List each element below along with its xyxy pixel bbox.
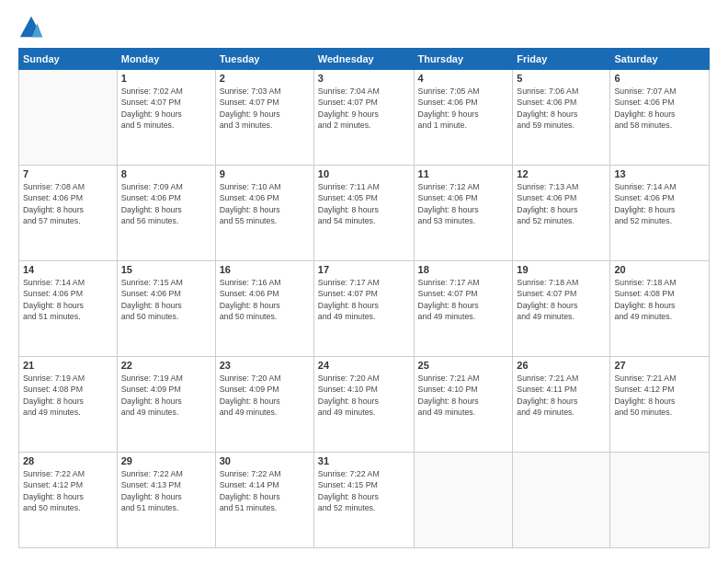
weekday-header-thursday: Thursday: [414, 49, 513, 70]
calendar-cell: [513, 453, 610, 548]
day-number: 13: [614, 168, 705, 179]
weekday-header-wednesday: Wednesday: [313, 49, 414, 70]
weekday-header-saturday: Saturday: [610, 49, 710, 70]
day-number: 16: [220, 264, 310, 275]
calendar-cell: 28Sunrise: 7:22 AM Sunset: 4:12 PM Dayli…: [19, 453, 118, 548]
day-number: 25: [418, 360, 509, 371]
day-info: Sunrise: 7:18 AM Sunset: 4:08 PM Dayligh…: [614, 277, 705, 322]
calendar-cell: 7Sunrise: 7:08 AM Sunset: 4:06 PM Daylig…: [19, 166, 118, 261]
week-row-0: 1Sunrise: 7:02 AM Sunset: 4:07 PM Daylig…: [19, 70, 710, 166]
calendar-cell: 25Sunrise: 7:21 AM Sunset: 4:10 PM Dayli…: [414, 357, 513, 453]
calendar-cell: 18Sunrise: 7:17 AM Sunset: 4:07 PM Dayli…: [414, 261, 513, 357]
day-info: Sunrise: 7:21 AM Sunset: 4:11 PM Dayligh…: [517, 373, 606, 418]
day-number: 18: [418, 264, 509, 275]
day-info: Sunrise: 7:18 AM Sunset: 4:07 PM Dayligh…: [517, 277, 606, 322]
day-info: Sunrise: 7:03 AM Sunset: 4:07 PM Dayligh…: [220, 86, 310, 131]
day-number: 14: [23, 264, 113, 275]
week-row-1: 7Sunrise: 7:08 AM Sunset: 4:06 PM Daylig…: [19, 166, 710, 261]
calendar-cell: 24Sunrise: 7:20 AM Sunset: 4:10 PM Dayli…: [313, 357, 414, 453]
calendar-cell: 1Sunrise: 7:02 AM Sunset: 4:07 PM Daylig…: [117, 70, 215, 166]
day-number: 6: [614, 73, 705, 84]
day-number: 20: [614, 264, 705, 275]
calendar-cell: 21Sunrise: 7:19 AM Sunset: 4:08 PM Dayli…: [19, 357, 118, 453]
day-number: 8: [121, 168, 211, 179]
calendar-table: SundayMondayTuesdayWednesdayThursdayFrid…: [18, 48, 710, 548]
week-row-2: 14Sunrise: 7:14 AM Sunset: 4:06 PM Dayli…: [19, 261, 710, 357]
calendar-cell: 5Sunrise: 7:06 AM Sunset: 4:06 PM Daylig…: [513, 70, 610, 166]
day-info: Sunrise: 7:22 AM Sunset: 4:14 PM Dayligh…: [220, 468, 310, 513]
calendar-cell: 22Sunrise: 7:19 AM Sunset: 4:09 PM Dayli…: [117, 357, 215, 453]
calendar-cell: 29Sunrise: 7:22 AM Sunset: 4:13 PM Dayli…: [117, 453, 215, 548]
logo: [18, 15, 48, 40]
page: SundayMondayTuesdayWednesdayThursdayFrid…: [0, 0, 728, 563]
day-info: Sunrise: 7:20 AM Sunset: 4:09 PM Dayligh…: [220, 373, 310, 418]
day-number: 9: [220, 168, 310, 179]
day-info: Sunrise: 7:17 AM Sunset: 4:07 PM Dayligh…: [418, 277, 509, 322]
week-row-4: 28Sunrise: 7:22 AM Sunset: 4:12 PM Dayli…: [19, 453, 710, 548]
calendar-cell: 12Sunrise: 7:13 AM Sunset: 4:06 PM Dayli…: [513, 166, 610, 261]
day-number: 12: [517, 168, 606, 179]
calendar-cell: 9Sunrise: 7:10 AM Sunset: 4:06 PM Daylig…: [215, 166, 313, 261]
day-info: Sunrise: 7:22 AM Sunset: 4:15 PM Dayligh…: [318, 468, 410, 513]
day-number: 2: [220, 73, 310, 84]
calendar-cell: 8Sunrise: 7:09 AM Sunset: 4:06 PM Daylig…: [117, 166, 215, 261]
day-number: 29: [121, 455, 211, 466]
day-info: Sunrise: 7:14 AM Sunset: 4:06 PM Dayligh…: [23, 277, 113, 322]
weekday-header-friday: Friday: [513, 49, 610, 70]
calendar-cell: 14Sunrise: 7:14 AM Sunset: 4:06 PM Dayli…: [19, 261, 118, 357]
day-info: Sunrise: 7:10 AM Sunset: 4:06 PM Dayligh…: [220, 181, 310, 226]
day-info: Sunrise: 7:11 AM Sunset: 4:05 PM Dayligh…: [318, 181, 410, 226]
day-number: 1: [121, 73, 211, 84]
calendar-cell: 30Sunrise: 7:22 AM Sunset: 4:14 PM Dayli…: [215, 453, 313, 548]
header: [18, 15, 710, 40]
day-number: 21: [23, 360, 113, 371]
calendar-cell: 10Sunrise: 7:11 AM Sunset: 4:05 PM Dayli…: [313, 166, 414, 261]
day-number: 17: [318, 264, 410, 275]
calendar-cell: 16Sunrise: 7:16 AM Sunset: 4:06 PM Dayli…: [215, 261, 313, 357]
calendar-cell: 6Sunrise: 7:07 AM Sunset: 4:06 PM Daylig…: [610, 70, 710, 166]
weekday-header-row: SundayMondayTuesdayWednesdayThursdayFrid…: [19, 49, 710, 70]
day-info: Sunrise: 7:05 AM Sunset: 4:06 PM Dayligh…: [418, 86, 509, 131]
calendar-cell: 20Sunrise: 7:18 AM Sunset: 4:08 PM Dayli…: [610, 261, 710, 357]
day-info: Sunrise: 7:21 AM Sunset: 4:12 PM Dayligh…: [614, 373, 705, 418]
day-number: 10: [318, 168, 410, 179]
day-number: 26: [517, 360, 606, 371]
day-info: Sunrise: 7:13 AM Sunset: 4:06 PM Dayligh…: [517, 181, 606, 226]
day-number: 4: [418, 73, 509, 84]
day-info: Sunrise: 7:09 AM Sunset: 4:06 PM Dayligh…: [121, 181, 211, 226]
day-info: Sunrise: 7:08 AM Sunset: 4:06 PM Dayligh…: [23, 181, 113, 226]
day-info: Sunrise: 7:22 AM Sunset: 4:12 PM Dayligh…: [23, 468, 113, 513]
day-number: 24: [318, 360, 410, 371]
calendar-cell: [610, 453, 710, 548]
day-number: 19: [517, 264, 606, 275]
calendar-cell: 27Sunrise: 7:21 AM Sunset: 4:12 PM Dayli…: [610, 357, 710, 453]
day-info: Sunrise: 7:19 AM Sunset: 4:08 PM Dayligh…: [23, 373, 113, 418]
calendar-cell: 31Sunrise: 7:22 AM Sunset: 4:15 PM Dayli…: [313, 453, 414, 548]
day-info: Sunrise: 7:16 AM Sunset: 4:06 PM Dayligh…: [220, 277, 310, 322]
day-info: Sunrise: 7:12 AM Sunset: 4:06 PM Dayligh…: [418, 181, 509, 226]
weekday-header-tuesday: Tuesday: [215, 49, 313, 70]
calendar-cell: 17Sunrise: 7:17 AM Sunset: 4:07 PM Dayli…: [313, 261, 414, 357]
calendar-cell: [414, 453, 513, 548]
calendar-cell: 15Sunrise: 7:15 AM Sunset: 4:06 PM Dayli…: [117, 261, 215, 357]
day-info: Sunrise: 7:21 AM Sunset: 4:10 PM Dayligh…: [418, 373, 509, 418]
calendar-cell: 2Sunrise: 7:03 AM Sunset: 4:07 PM Daylig…: [215, 70, 313, 166]
week-row-3: 21Sunrise: 7:19 AM Sunset: 4:08 PM Dayli…: [19, 357, 710, 453]
day-number: 22: [121, 360, 211, 371]
day-info: Sunrise: 7:20 AM Sunset: 4:10 PM Dayligh…: [318, 373, 410, 418]
calendar-cell: 13Sunrise: 7:14 AM Sunset: 4:06 PM Dayli…: [610, 166, 710, 261]
day-number: 11: [418, 168, 509, 179]
day-number: 27: [614, 360, 705, 371]
day-info: Sunrise: 7:14 AM Sunset: 4:06 PM Dayligh…: [614, 181, 705, 226]
day-info: Sunrise: 7:15 AM Sunset: 4:06 PM Dayligh…: [121, 277, 211, 322]
day-info: Sunrise: 7:17 AM Sunset: 4:07 PM Dayligh…: [318, 277, 410, 322]
calendar-cell: [19, 70, 118, 166]
day-number: 3: [318, 73, 410, 84]
calendar-cell: 4Sunrise: 7:05 AM Sunset: 4:06 PM Daylig…: [414, 70, 513, 166]
calendar-cell: 26Sunrise: 7:21 AM Sunset: 4:11 PM Dayli…: [513, 357, 610, 453]
calendar-cell: 23Sunrise: 7:20 AM Sunset: 4:09 PM Dayli…: [215, 357, 313, 453]
weekday-header-monday: Monday: [117, 49, 215, 70]
day-number: 31: [318, 455, 410, 466]
logo-icon: [18, 15, 44, 40]
day-number: 23: [220, 360, 310, 371]
